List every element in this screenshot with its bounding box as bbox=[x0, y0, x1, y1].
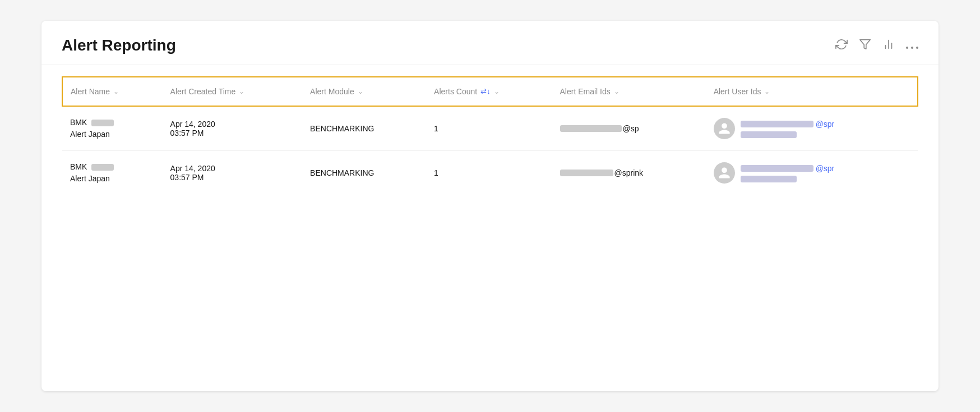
cell-created-time: Apr 14, 2020 03:57 PM bbox=[163, 106, 303, 151]
col-alert-name[interactable]: Alert Name ⌄ bbox=[62, 77, 163, 106]
cell-module: BENCHMARKING bbox=[302, 151, 426, 195]
more-options-icon[interactable] bbox=[906, 39, 918, 52]
cell-module: BENCHMARKING bbox=[302, 106, 426, 151]
table-header: Alert Name ⌄ Alert Created Time ⌄ Alert … bbox=[62, 77, 918, 106]
table-wrapper: Alert Name ⌄ Alert Created Time ⌄ Alert … bbox=[41, 65, 939, 215]
sort-active-icon: ⇄↓ bbox=[480, 87, 491, 95]
blurred-email bbox=[560, 170, 613, 176]
page-header: Alert Reporting bbox=[41, 21, 939, 65]
blurred-userid-2 bbox=[741, 176, 797, 182]
chevron-down-icon: ⌄ bbox=[614, 88, 620, 95]
table-row: BMK Alert Japan Apr 14, 2020 03:57 PM BE… bbox=[62, 151, 918, 195]
cell-alerts-count: 1 bbox=[426, 151, 552, 195]
blurred-name bbox=[91, 164, 114, 171]
chevron-down-icon: ⌄ bbox=[113, 88, 119, 95]
chevron-down-icon: ⌄ bbox=[239, 88, 244, 95]
blurred-userid-2 bbox=[741, 131, 797, 138]
blurred-email bbox=[560, 125, 622, 132]
svg-point-5 bbox=[911, 47, 913, 49]
col-alert-created-time[interactable]: Alert Created Time ⌄ bbox=[163, 77, 303, 106]
col-alerts-count[interactable]: Alerts Count ⇄↓ ⌄ bbox=[426, 77, 552, 106]
blurred-name bbox=[91, 120, 114, 126]
header-row: Alert Name ⌄ Alert Created Time ⌄ Alert … bbox=[62, 77, 918, 106]
col-alert-email-ids[interactable]: Alert Email Ids ⌄ bbox=[552, 77, 706, 106]
alert-reporting-card: Alert Reporting bbox=[41, 21, 939, 391]
cell-alert-name: BMK Alert Japan bbox=[62, 151, 163, 195]
col-alert-user-ids[interactable]: Alert User Ids ⌄ bbox=[706, 77, 918, 106]
cell-alert-name: BMK Alert Japan bbox=[62, 106, 163, 151]
refresh-icon[interactable] bbox=[835, 38, 848, 53]
filter-icon[interactable] bbox=[859, 38, 871, 53]
chevron-down-icon: ⌄ bbox=[764, 88, 770, 95]
cell-user-ids: @spr bbox=[706, 106, 918, 151]
svg-point-6 bbox=[916, 47, 918, 49]
page-title: Alert Reporting bbox=[62, 36, 176, 54]
chart-icon[interactable] bbox=[882, 38, 895, 53]
cell-email-ids: @sprink bbox=[552, 151, 706, 195]
chevron-down-icon: ⌄ bbox=[358, 88, 363, 95]
blurred-userid bbox=[741, 165, 813, 172]
blurred-userid bbox=[741, 121, 813, 127]
avatar bbox=[714, 118, 735, 139]
table-body: BMK Alert Japan Apr 14, 2020 03:57 PM BE… bbox=[62, 106, 918, 195]
cell-user-ids: @spr bbox=[706, 151, 918, 195]
cell-created-time: Apr 14, 2020 03:57 PM bbox=[163, 151, 303, 195]
avatar bbox=[714, 162, 735, 184]
svg-marker-0 bbox=[860, 39, 870, 49]
chevron-down-icon: ⌄ bbox=[494, 88, 500, 95]
cell-email-ids: @sp bbox=[552, 106, 706, 151]
svg-point-4 bbox=[906, 47, 908, 49]
table-row: BMK Alert Japan Apr 14, 2020 03:57 PM BE… bbox=[62, 106, 918, 151]
alert-table: Alert Name ⌄ Alert Created Time ⌄ Alert … bbox=[62, 76, 918, 195]
col-alert-module[interactable]: Alert Module ⌄ bbox=[302, 77, 426, 106]
cell-alerts-count: 1 bbox=[426, 106, 552, 151]
header-actions bbox=[835, 38, 918, 53]
